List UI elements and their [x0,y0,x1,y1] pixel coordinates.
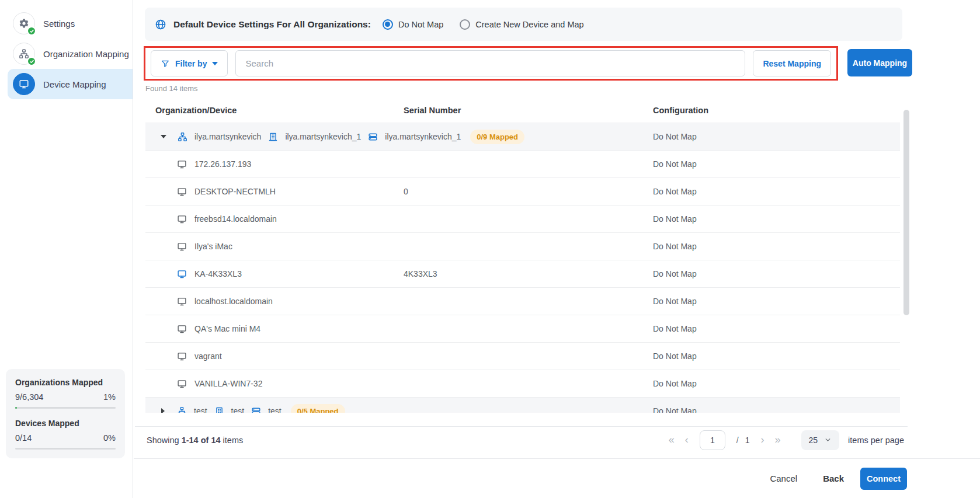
device-name: VANILLA-WIN7-32 [194,379,262,388]
funnel-icon [161,59,170,68]
expand-caret-icon[interactable] [161,135,166,138]
table-row-device[interactable]: Ilya's iMac Do Not Map [145,233,900,260]
total-pages: 1 [744,436,756,445]
connect-button[interactable]: Connect [860,468,907,490]
device-name: 172.26.137.193 [194,159,251,169]
table-row-device[interactable]: freebsd14.localdomain Do Not Map [145,206,900,233]
table-row-device[interactable]: QA's Mac mini M4 Do Not Map [145,315,900,343]
column-configuration: Configuration [653,106,900,115]
table-row-organization[interactable]: test test test 0/5 Mapped Do Not Map [145,398,900,413]
chevron-down-icon [824,436,832,444]
site-icon [214,406,224,413]
expand-caret-icon[interactable] [161,408,165,413]
cancel-button[interactable]: Cancel [770,473,797,483]
default-settings-radio-group: Do Not Map Create New Device and Map [383,19,584,30]
auto-mapping-button[interactable]: Auto Mapping [847,49,912,76]
device-name: freebsd14.localdomain [194,214,277,224]
device-name: KA-4K33XL3 [194,269,242,278]
configuration-value[interactable]: Do Not Map [653,297,900,306]
organization-icon [177,406,187,413]
toolbar-highlight-annotation: Filter by Reset Mapping [144,46,838,81]
sidebar-item-settings[interactable]: Settings [0,8,133,39]
page-separator: / [731,436,744,445]
table-body: ilya.martsynkevich ilya.martsynkevich_1 … [145,123,900,413]
reset-mapping-label: Reset Mapping [763,59,821,68]
sidebar-item-device-mapping[interactable]: Device Mapping [8,69,133,99]
sidebar-item-label: Organization Mapping [43,49,129,59]
last-page-button[interactable]: » [769,434,786,446]
main-content: Default Device Settings For All Organiza… [134,0,980,498]
devices-mapped-value: 0/14 [15,433,32,443]
check-badge-icon [27,26,36,36]
configuration-value[interactable]: Do Not Map [653,132,900,141]
sidebar-item-label: Settings [43,19,75,29]
configuration-value[interactable]: Do Not Map [653,406,900,413]
sidebar: Settings Organization Mapping Device Map… [0,0,133,498]
table-row-device[interactable]: vagrant Do Not Map [145,343,900,370]
filter-by-button[interactable]: Filter by [151,50,228,76]
device-name: localhost.localdomain [194,297,273,306]
showing-items-text: Showing 1-14 of 14 items [147,436,243,445]
filter-by-label: Filter by [175,59,207,68]
radio-label: Create New Device and Map [475,20,583,29]
column-organization-device: Organization/Device [155,106,404,115]
table-row-organization[interactable]: ilya.martsynkevich ilya.martsynkevich_1 … [145,123,900,151]
configuration-value[interactable]: Do Not Map [653,351,900,361]
showing-suffix: items [223,436,244,445]
first-page-button[interactable]: « [663,434,680,446]
monitor-icon [177,351,187,361]
next-page-button[interactable]: › [755,434,769,446]
configuration-value[interactable]: Do Not Map [653,269,900,278]
monitor-icon [177,297,187,307]
organizations-mapped-value: 9/6,304 [15,392,43,402]
radio-selected-icon [383,19,393,30]
search-input[interactable] [235,50,745,76]
configuration-value[interactable]: Do Not Map [653,214,900,224]
organization-name: test [194,406,207,413]
monitor-icon [177,379,187,389]
column-serial-number: Serial Number [404,106,653,115]
table-row-device[interactable]: localhost.localdomain Do Not Map [145,288,900,315]
table-row-device[interactable]: KA-4K33XL3 4K33XL3 Do Not Map [145,260,900,288]
pager-controls: « ‹ 1 / 1 › » 25 items per page [663,430,904,450]
monitor-icon [177,324,187,334]
table-row-device[interactable]: 172.26.137.193 Do Not Map [145,151,900,178]
device-group-name: ilya.martsynkevich_1 [385,132,461,141]
gear-icon [13,12,35,34]
table-header: Organization/Device Serial Number Config… [145,98,900,123]
mapping-stats-card: Organizations Mapped 9/6,304 1% Devices … [6,369,125,458]
chevron-down-icon [212,62,218,65]
configuration-value[interactable]: Do Not Map [653,159,900,169]
page-size-select[interactable]: 25 [801,430,840,450]
back-button[interactable]: Back [823,473,844,483]
sidebar-item-label: Device Mapping [43,79,106,89]
reset-mapping-button[interactable]: Reset Mapping [753,50,831,76]
previous-page-button[interactable]: ‹ [680,434,694,446]
table-row-device[interactable]: VANILLA-WIN7-32 Do Not Map [145,370,900,398]
sidebar-item-organization-mapping[interactable]: Organization Mapping [0,39,133,69]
pagination-bar: Showing 1-14 of 14 items « ‹ 1 / 1 › » 2… [135,426,908,453]
org-tree-icon [13,43,35,65]
footer-actions: Cancel Back Connect [134,458,980,498]
organizations-mapped-percent: 1% [103,392,116,402]
globe-icon [155,19,166,30]
radio-create-new-device-and-map[interactable]: Create New Device and Map [460,19,583,30]
monitor-icon [177,242,187,252]
devices-progress-bar [15,448,116,450]
device-mapping-table: Organization/Device Serial Number Config… [145,98,900,413]
radio-do-not-map[interactable]: Do Not Map [383,19,443,30]
radio-unselected-icon [460,19,470,30]
configuration-value[interactable]: Do Not Map [653,324,900,333]
page-number-input[interactable]: 1 [700,430,725,450]
monitor-icon [177,214,187,224]
monitor-icon [177,159,187,169]
monitor-icon [177,187,187,197]
organizations-progress-bar [15,407,116,409]
table-row-device[interactable]: DESKTOP-NECTMLH 0 Do Not Map [145,178,900,206]
configuration-value[interactable]: Do Not Map [653,242,900,251]
page-size-value: 25 [809,436,818,445]
configuration-value[interactable]: Do Not Map [653,379,900,388]
configuration-value[interactable]: Do Not Map [653,187,900,196]
table-scrollbar[interactable] [903,110,909,315]
monitor-icon [13,73,35,95]
